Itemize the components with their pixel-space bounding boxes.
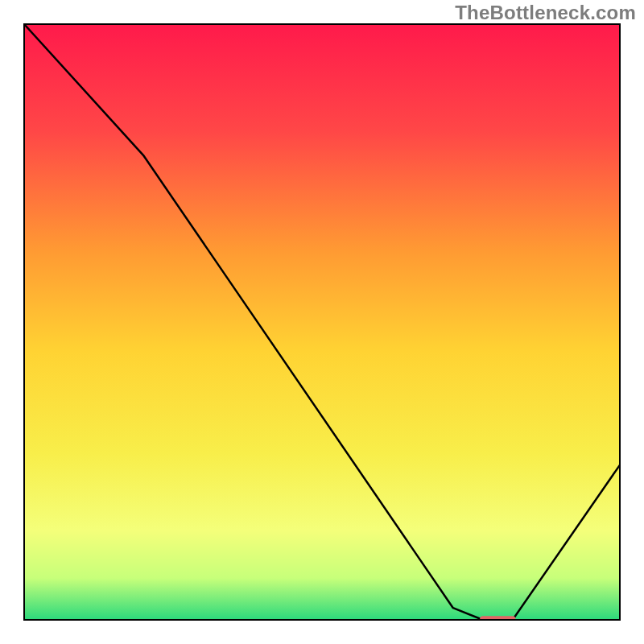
bottleneck-chart [0, 0, 644, 644]
attribution-label: TheBottleneck.com [455, 2, 636, 24]
chart-wrapper: TheBottleneck.com [0, 0, 644, 644]
plot-background [24, 24, 620, 620]
